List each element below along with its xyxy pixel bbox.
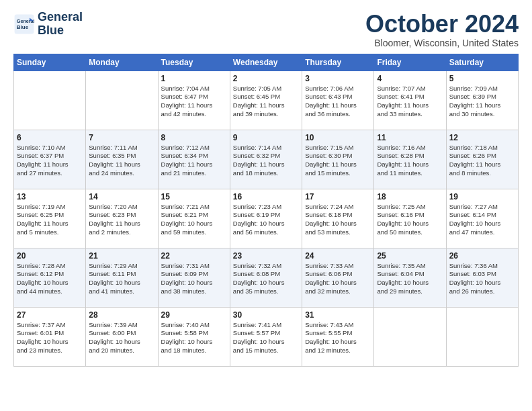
day-detail: Sunrise: 7:11 AM Sunset: 6:35 PM Dayligh… [89,144,154,178]
day-detail: Sunrise: 7:14 AM Sunset: 6:32 PM Dayligh… [233,144,299,178]
day-cell: 18Sunrise: 7:25 AM Sunset: 6:16 PM Dayli… [374,189,446,248]
day-cell: 2Sunrise: 7:05 AM Sunset: 6:45 PM Daylig… [230,71,302,130]
col-header-friday: Friday [374,54,446,71]
logo-icon: General Blue [13,13,35,35]
day-cell: 17Sunrise: 7:24 AM Sunset: 6:18 PM Dayli… [302,189,374,248]
day-detail: Sunrise: 7:10 AM Sunset: 6:37 PM Dayligh… [17,144,83,178]
day-number: 15 [161,192,227,201]
logo-text: General Blue [38,11,83,38]
day-number: 21 [89,251,154,261]
logo-line2: Blue [38,24,64,37]
day-detail: Sunrise: 7:16 AM Sunset: 6:28 PM Dayligh… [377,144,443,178]
day-cell: 8Sunrise: 7:12 AM Sunset: 6:34 PM Daylig… [158,130,230,189]
day-number: 8 [161,133,227,142]
day-number: 22 [161,251,227,261]
day-cell: 4Sunrise: 7:07 AM Sunset: 6:41 PM Daylig… [374,71,446,130]
day-detail: Sunrise: 7:43 AM Sunset: 5:55 PM Dayligh… [305,321,371,355]
day-cell: 5Sunrise: 7:09 AM Sunset: 6:39 PM Daylig… [446,71,518,130]
day-cell: 16Sunrise: 7:23 AM Sunset: 6:19 PM Dayli… [230,189,302,248]
col-header-thursday: Thursday [302,54,374,71]
day-cell: 29Sunrise: 7:40 AM Sunset: 5:58 PM Dayli… [158,307,230,366]
day-detail: Sunrise: 7:05 AM Sunset: 6:45 PM Dayligh… [233,85,299,119]
day-cell: 23Sunrise: 7:32 AM Sunset: 6:08 PM Dayli… [230,248,302,307]
week-row-2: 6Sunrise: 7:10 AM Sunset: 6:37 PM Daylig… [14,130,519,189]
day-detail: Sunrise: 7:40 AM Sunset: 5:58 PM Dayligh… [161,321,227,355]
day-number: 23 [233,251,299,261]
day-detail: Sunrise: 7:29 AM Sunset: 6:11 PM Dayligh… [89,262,154,296]
day-detail: Sunrise: 7:35 AM Sunset: 6:04 PM Dayligh… [377,262,443,296]
day-number: 4 [377,74,443,83]
day-detail: Sunrise: 7:24 AM Sunset: 6:18 PM Dayligh… [305,203,371,237]
day-detail: Sunrise: 7:25 AM Sunset: 6:16 PM Dayligh… [377,203,443,237]
day-cell: 27Sunrise: 7:37 AM Sunset: 6:01 PM Dayli… [14,307,86,366]
day-cell: 28Sunrise: 7:39 AM Sunset: 6:00 PM Dayli… [86,307,158,366]
week-row-1: 1Sunrise: 7:04 AM Sunset: 6:47 PM Daylig… [14,71,519,130]
day-cell: 3Sunrise: 7:06 AM Sunset: 6:43 PM Daylig… [302,71,374,130]
day-detail: Sunrise: 7:39 AM Sunset: 6:00 PM Dayligh… [89,321,154,355]
day-number: 18 [377,192,443,201]
col-header-wednesday: Wednesday [230,54,302,71]
logo-line1: General [38,10,83,24]
day-number: 26 [449,251,515,261]
day-number: 11 [377,133,443,142]
day-cell [446,307,518,366]
day-detail: Sunrise: 7:32 AM Sunset: 6:08 PM Dayligh… [233,262,299,296]
day-detail: Sunrise: 7:18 AM Sunset: 6:26 PM Dayligh… [449,144,515,178]
day-cell: 20Sunrise: 7:28 AM Sunset: 6:12 PM Dayli… [14,248,86,307]
day-number: 3 [305,74,371,83]
day-detail: Sunrise: 7:23 AM Sunset: 6:19 PM Dayligh… [233,203,299,237]
day-cell: 21Sunrise: 7:29 AM Sunset: 6:11 PM Dayli… [86,248,158,307]
day-number: 20 [17,251,83,261]
day-detail: Sunrise: 7:41 AM Sunset: 5:57 PM Dayligh… [233,321,299,355]
day-cell: 15Sunrise: 7:21 AM Sunset: 6:21 PM Dayli… [158,189,230,248]
day-number: 7 [89,133,154,142]
day-number: 1 [161,74,227,83]
day-detail: Sunrise: 7:07 AM Sunset: 6:41 PM Dayligh… [377,85,443,119]
day-cell [86,71,158,130]
day-cell: 13Sunrise: 7:19 AM Sunset: 6:25 PM Dayli… [14,189,86,248]
calendar-header-row: SundayMondayTuesdayWednesdayThursdayFrid… [14,54,519,71]
col-header-saturday: Saturday [446,54,518,71]
day-cell: 19Sunrise: 7:27 AM Sunset: 6:14 PM Dayli… [446,189,518,248]
day-cell: 24Sunrise: 7:33 AM Sunset: 6:06 PM Dayli… [302,248,374,307]
day-cell: 6Sunrise: 7:10 AM Sunset: 6:37 PM Daylig… [14,130,86,189]
day-detail: Sunrise: 7:04 AM Sunset: 6:47 PM Dayligh… [161,85,227,119]
day-number: 10 [305,133,371,142]
day-detail: Sunrise: 7:31 AM Sunset: 6:09 PM Dayligh… [161,262,227,296]
day-number: 19 [449,192,515,201]
day-cell: 7Sunrise: 7:11 AM Sunset: 6:35 PM Daylig… [86,130,158,189]
svg-text:Blue: Blue [17,24,29,30]
day-detail: Sunrise: 7:28 AM Sunset: 6:12 PM Dayligh… [17,262,83,296]
day-number: 6 [17,133,83,142]
day-detail: Sunrise: 7:21 AM Sunset: 6:21 PM Dayligh… [161,203,227,237]
week-row-5: 27Sunrise: 7:37 AM Sunset: 6:01 PM Dayli… [14,307,519,366]
day-cell: 31Sunrise: 7:43 AM Sunset: 5:55 PM Dayli… [302,307,374,366]
day-number: 2 [233,74,299,83]
day-cell: 1Sunrise: 7:04 AM Sunset: 6:47 PM Daylig… [158,71,230,130]
day-cell: 10Sunrise: 7:15 AM Sunset: 6:30 PM Dayli… [302,130,374,189]
day-number: 29 [161,310,227,320]
day-number: 27 [17,310,83,320]
day-cell: 14Sunrise: 7:20 AM Sunset: 6:23 PM Dayli… [86,189,158,248]
day-cell: 11Sunrise: 7:16 AM Sunset: 6:28 PM Dayli… [374,130,446,189]
day-number: 31 [305,310,371,320]
day-number: 12 [449,133,515,142]
col-header-monday: Monday [86,54,158,71]
day-number: 14 [89,192,154,201]
day-detail: Sunrise: 7:37 AM Sunset: 6:01 PM Dayligh… [17,321,83,355]
day-number: 24 [305,251,371,261]
title-area: October 2024 Bloomer, Wisconsin, United … [365,11,519,48]
day-cell: 25Sunrise: 7:35 AM Sunset: 6:04 PM Dayli… [374,248,446,307]
day-number: 13 [17,192,83,201]
col-header-sunday: Sunday [14,54,86,71]
week-row-4: 20Sunrise: 7:28 AM Sunset: 6:12 PM Dayli… [14,248,519,307]
day-detail: Sunrise: 7:27 AM Sunset: 6:14 PM Dayligh… [449,203,515,237]
day-cell [14,71,86,130]
day-number: 16 [233,192,299,201]
day-detail: Sunrise: 7:36 AM Sunset: 6:03 PM Dayligh… [449,262,515,296]
day-cell: 9Sunrise: 7:14 AM Sunset: 6:32 PM Daylig… [230,130,302,189]
svg-text:General: General [17,18,35,24]
calendar-table: SundayMondayTuesdayWednesdayThursdayFrid… [13,54,519,367]
week-row-3: 13Sunrise: 7:19 AM Sunset: 6:25 PM Dayli… [14,189,519,248]
header: General Blue General Blue October 2024 B… [13,11,519,48]
